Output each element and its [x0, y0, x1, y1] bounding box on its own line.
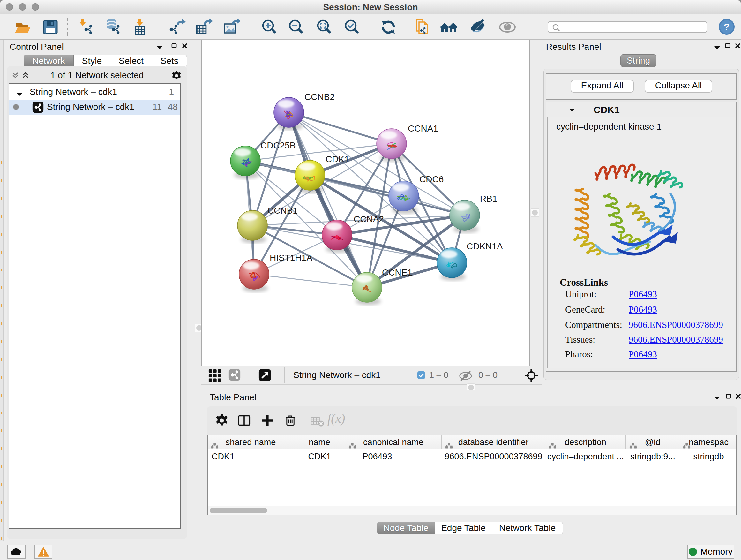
svg-text:CDC25B: CDC25B: [260, 140, 295, 150]
svg-text:CCNA2: CCNA2: [354, 214, 384, 224]
svg-text:?: ?: [724, 21, 730, 32]
svg-text:CCNB1: CCNB1: [267, 206, 298, 215]
svg-text:HIST1H1A: HIST1H1A: [270, 253, 313, 263]
svg-text:RB1: RB1: [480, 194, 497, 204]
svg-text:CDKN1A: CDKN1A: [467, 241, 503, 251]
svg-text:CCNA1: CCNA1: [408, 124, 438, 133]
svg-text:CDC6: CDC6: [419, 174, 444, 184]
svg-text:CCNE1: CCNE1: [382, 267, 412, 277]
svg-text:CCNB2: CCNB2: [305, 92, 335, 102]
svg-text:CDK1: CDK1: [326, 154, 349, 164]
